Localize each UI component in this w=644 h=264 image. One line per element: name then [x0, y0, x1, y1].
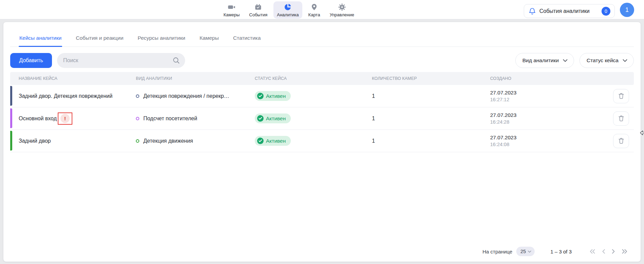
per-page-value: 25 — [520, 249, 526, 254]
col-analytics-type: ВИД АНАЛИТИКИ — [136, 76, 255, 81]
created-time: 16:27:12 — [490, 97, 603, 102]
mouse-cursor-artifact — [640, 130, 644, 137]
search-input[interactable] — [57, 53, 185, 68]
nav-label: Управление — [329, 12, 354, 17]
main-navigation: Камеры События Аналитика — [220, 1, 358, 19]
status-label: Активен — [266, 116, 286, 122]
status-badge: Активен — [255, 113, 291, 123]
pagination-bar: На странице 25 1 – 3 of 3 — [3, 247, 641, 262]
case-color-bar — [10, 131, 12, 151]
col-case-name: НАЗВАНИЕ КЕЙСА — [10, 76, 136, 81]
add-case-button[interactable]: Добавить — [10, 53, 52, 68]
nav-item-map[interactable]: Карта — [305, 1, 324, 19]
case-name: Основной вход — [19, 116, 57, 122]
analytics-events-button[interactable]: События аналитики 0 — [524, 4, 615, 18]
tab-cameras[interactable]: Камеры — [199, 35, 219, 47]
search-box — [57, 53, 185, 68]
pie-chart-icon — [284, 3, 292, 11]
nav-item-events[interactable]: События — [246, 1, 271, 19]
delete-case-button[interactable] — [613, 89, 629, 103]
col-created: СОЗДАНО — [490, 76, 603, 81]
nav-label: Камеры — [223, 12, 240, 17]
nav-item-cameras[interactable]: Камеры — [220, 1, 243, 19]
map-pin-icon — [310, 3, 318, 11]
tab-analytics-cases[interactable]: Кейсы аналитики — [19, 35, 61, 47]
created-time: 16:24:08 — [490, 142, 603, 147]
camera-count: 1 — [372, 93, 490, 99]
per-page-label: На странице — [482, 249, 512, 254]
analytics-tabs: Кейсы аналитики События и реакции Ресурс… — [10, 22, 634, 47]
analytics-type-icon — [136, 139, 139, 143]
created-date: 27.07.2023 — [490, 135, 603, 141]
filters: Вид аналитики Статус кейса — [515, 53, 634, 68]
case-status-filter[interactable]: Статус кейса — [579, 53, 634, 68]
chevron-down-icon — [623, 59, 627, 62]
case-name: Задний двор — [19, 138, 51, 144]
video-camera-icon — [228, 3, 236, 11]
tab-events-reactions[interactable]: События и реакции — [76, 35, 123, 47]
bell-icon — [529, 7, 536, 15]
pager-controls — [589, 249, 628, 254]
case-color-bar — [10, 108, 12, 128]
case-name: Задний двор. Детекция повреждений — [19, 93, 112, 99]
analytics-type-label: Детекция повреждения / перекр… — [143, 93, 229, 99]
check-icon — [257, 93, 264, 99]
nav-label: События — [249, 12, 268, 17]
analytics-type-icon — [136, 117, 139, 120]
prev-page-button[interactable] — [602, 249, 605, 254]
table-header: НАЗВАНИЕ КЕЙСА ВИД АНАЛИТИКИ СТАТУС КЕЙС… — [10, 72, 634, 85]
check-icon — [257, 115, 264, 122]
tab-statistics[interactable]: Статистика — [233, 35, 261, 47]
per-page-select[interactable]: 25 — [516, 247, 535, 256]
cases-table: НАЗВАНИЕ КЕЙСА ВИД АНАЛИТИКИ СТАТУС КЕЙС… — [10, 72, 634, 152]
trash-icon — [618, 138, 624, 144]
trash-icon — [618, 115, 624, 122]
filter-label: Вид аналитики — [522, 57, 559, 64]
chevron-down-icon — [563, 59, 568, 62]
col-camera-count: КОЛИЧЕСТВО КАМЕР — [372, 76, 490, 81]
pagination-range: 1 – 3 of 3 — [550, 249, 572, 254]
trash-icon — [618, 93, 624, 99]
col-case-status: СТАТУС КЕЙСА — [255, 76, 372, 81]
table-row[interactable]: Основной вход ! Подсчет посетителей Акти… — [10, 107, 634, 130]
created-cell: 27.07.2023 16:27:12 — [490, 90, 603, 102]
warning-annotation-box: ! — [58, 112, 72, 125]
events-count-badge: 0 — [602, 7, 610, 16]
nav-label: Аналитика — [277, 12, 299, 17]
status-label: Активен — [266, 138, 286, 144]
created-cell: 27.07.2023 16:24:28 — [490, 112, 603, 125]
analytics-type-filter[interactable]: Вид аналитики — [515, 53, 574, 68]
calendar-check-icon — [254, 3, 262, 11]
last-page-button[interactable] — [622, 249, 628, 254]
delete-case-button[interactable] — [613, 134, 629, 148]
table-row[interactable]: Задний двор Детекция движения Активен 1 … — [10, 130, 634, 152]
tab-analytics-resources[interactable]: Ресурсы аналитики — [138, 35, 185, 47]
nav-item-analytics[interactable]: Аналитика — [273, 1, 302, 19]
first-page-button[interactable] — [589, 249, 595, 254]
check-icon — [257, 138, 264, 144]
gear-icon — [338, 3, 346, 11]
delete-case-button[interactable] — [613, 111, 629, 126]
next-page-button[interactable] — [612, 249, 615, 254]
case-color-bar — [10, 86, 12, 106]
analytics-type-label: Детекция движения — [143, 138, 193, 144]
analytics-type-icon — [136, 94, 139, 98]
created-date: 27.07.2023 — [490, 112, 603, 118]
camera-count: 1 — [372, 138, 490, 144]
user-avatar[interactable]: 1 — [620, 3, 634, 17]
nav-item-management[interactable]: Управление — [326, 1, 357, 19]
created-cell: 27.07.2023 16:24:08 — [490, 135, 603, 147]
chevron-down-icon — [528, 250, 531, 253]
search-icon — [173, 57, 180, 66]
warning-icon: ! — [60, 114, 70, 123]
analytics-type-label: Подсчет посетителей — [143, 116, 197, 122]
status-badge: Активен — [255, 91, 291, 101]
created-date: 27.07.2023 — [490, 90, 603, 96]
status-badge: Активен — [255, 136, 291, 146]
nav-label: Карта — [308, 12, 320, 17]
created-time: 16:24:28 — [490, 119, 603, 125]
table-row[interactable]: Задний двор. Детекция повреждений Детекц… — [10, 85, 634, 107]
filter-label: Статус кейса — [587, 57, 619, 64]
analytics-events-label: События аналитики — [539, 8, 590, 14]
status-label: Активен — [266, 93, 286, 99]
